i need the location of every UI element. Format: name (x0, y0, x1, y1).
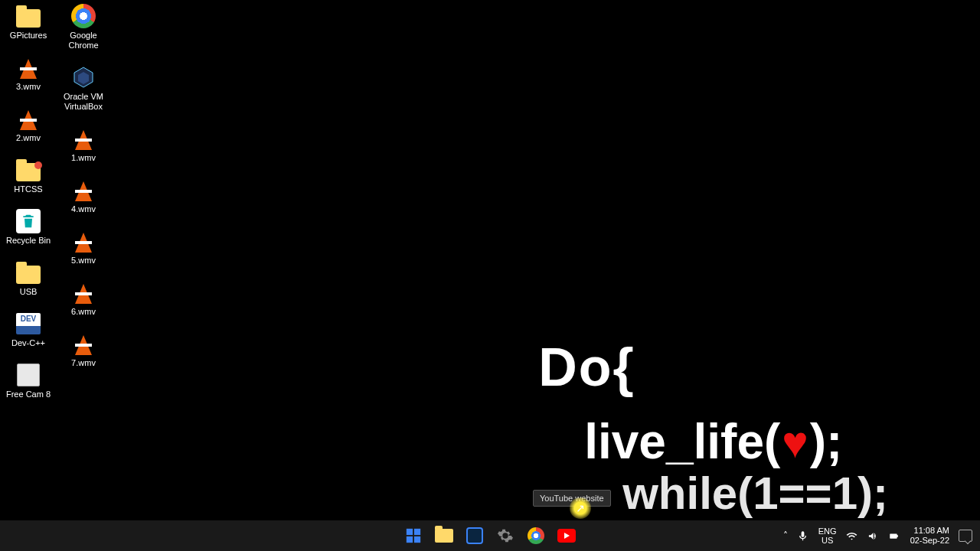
chrome-icon (528, 527, 544, 544)
icon-label: Recycle Bin (6, 236, 51, 246)
desktop-icon-recycle-bin[interactable]: Recycle Bin (5, 208, 52, 246)
desktop-icon-virtualbox[interactable]: Oracle VM VirtualBox (60, 64, 107, 112)
vlc-icon (70, 177, 96, 203)
icon-label: 2.wmv (16, 133, 41, 143)
freecam-icon (15, 362, 41, 388)
virtualbox-icon (70, 64, 96, 90)
vlc-icon (15, 54, 41, 80)
svg-rect-3 (414, 529, 420, 535)
taskbar: ˄ ENG US 11:08 AM 02-Sep-22 (0, 520, 980, 551)
desktop-icon-4wmv[interactable]: 4.wmv (60, 177, 107, 214)
desktop-icon-2wmv[interactable]: 2.wmv (5, 106, 52, 143)
taskbar-search[interactable] (462, 523, 488, 549)
desktop-icon-freecam[interactable]: Free Cam 8 (5, 362, 52, 399)
icon-label: Google Chrome (60, 31, 107, 51)
vlc-icon (15, 106, 41, 132)
icon-label: 5.wmv (71, 256, 96, 266)
system-tray: ˄ ENG US 11:08 AM 02-Sep-22 (783, 520, 980, 551)
desktop: GPictures 3.wmv 2.wmv HTCSS Recycle Bin … (5, 3, 107, 399)
vlc-icon (70, 331, 96, 357)
taskbar-settings[interactable] (492, 523, 518, 549)
desktop-icon-1wmv[interactable]: 1.wmv (60, 126, 107, 163)
folder-icon (15, 259, 41, 285)
recycle-bin-icon (15, 208, 41, 234)
desktop-icon-htcss[interactable]: HTCSS (5, 157, 52, 194)
desktop-icon-5wmv[interactable]: 5.wmv (60, 228, 107, 266)
folder-icon (15, 3, 41, 29)
icon-label: 6.wmv (71, 307, 96, 317)
svg-rect-4 (407, 536, 413, 543)
heart-icon: ♥ (782, 416, 808, 468)
wallpaper-line1: Do{ (538, 337, 888, 398)
desktop-icon-7wmv[interactable]: 7.wmv (60, 331, 107, 368)
icon-label: GPictures (10, 31, 47, 41)
volume-icon[interactable] (867, 530, 880, 542)
devcpp-icon: DEV (15, 311, 41, 337)
language-indicator[interactable]: ENG US (818, 527, 837, 545)
icon-label: Free Cam 8 (6, 390, 51, 399)
icon-label: HTCSS (14, 184, 42, 194)
wallpaper-line2: live_life( ♥ ); (584, 413, 888, 470)
taskbar-center (400, 520, 580, 551)
search-icon (466, 527, 483, 544)
taskbar-explorer[interactable] (431, 523, 457, 549)
desktop-icon-3wmv[interactable]: 3.wmv (5, 54, 52, 92)
chrome-icon (70, 3, 96, 29)
gear-icon (497, 527, 514, 544)
vlc-icon (70, 228, 96, 254)
icon-label: 1.wmv (71, 153, 96, 163)
vlc-icon (70, 126, 96, 152)
folder-icon (435, 529, 453, 543)
icon-label: 3.wmv (16, 82, 41, 92)
svg-rect-2 (407, 529, 413, 535)
desktop-icon-usb[interactable]: USB (5, 259, 52, 297)
desktop-icon-gpictures[interactable]: GPictures (5, 3, 52, 41)
svg-rect-5 (414, 536, 420, 543)
icon-label: Dev-C++ (11, 338, 45, 348)
clock[interactable]: 11:08 AM 02-Sep-22 (910, 526, 949, 546)
tray-overflow-chevron-icon[interactable]: ˄ (783, 530, 788, 541)
youtube-icon (557, 529, 576, 543)
notifications-icon[interactable] (959, 530, 972, 542)
icon-label: 7.wmv (71, 358, 96, 368)
microphone-icon[interactable] (797, 530, 809, 542)
folder-icon (15, 157, 41, 183)
icon-label: 4.wmv (71, 204, 96, 214)
desktop-col-2: Google Chrome Oracle VM VirtualBox 1.wmv… (60, 3, 107, 399)
wifi-icon[interactable] (846, 530, 858, 542)
desktop-col-1: GPictures 3.wmv 2.wmv HTCSS Recycle Bin … (5, 3, 52, 399)
taskbar-tooltip: YouTube website (533, 490, 611, 507)
wallpaper-line3: while(1==1); (622, 467, 888, 520)
desktop-icon-chrome[interactable]: Google Chrome (60, 3, 107, 51)
battery-icon[interactable] (889, 530, 901, 542)
taskbar-chrome[interactable] (523, 523, 549, 549)
desktop-icon-6wmv[interactable]: 6.wmv (60, 279, 107, 317)
taskbar-youtube[interactable] (554, 523, 580, 549)
start-button[interactable] (400, 523, 426, 549)
icon-label: USB (20, 287, 38, 297)
icon-label: Oracle VM VirtualBox (60, 92, 107, 112)
vlc-icon (70, 279, 96, 305)
desktop-icon-devcpp[interactable]: DEV Dev-C++ (5, 311, 52, 348)
